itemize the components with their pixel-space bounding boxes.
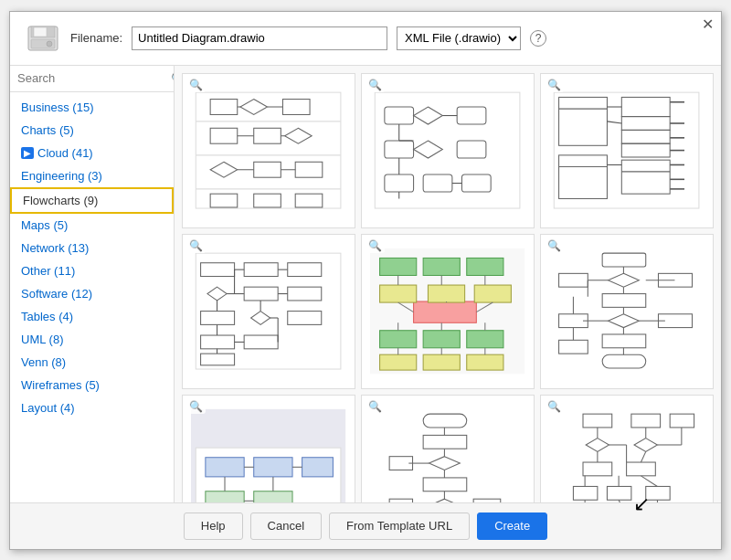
search-container: 🔍 <box>10 66 174 92</box>
zoom-icon-1: 🔍 <box>186 78 206 92</box>
main-content: 🔍 Business (15) Charts (5) ▶ Cloud (41) … <box>10 66 721 502</box>
sidebar-item-layout[interactable]: Layout (4) <box>10 396 174 419</box>
svg-rect-97 <box>424 258 461 275</box>
svg-point-4 <box>47 41 52 47</box>
sidebar-item-engineering[interactable]: Engineering (3) <box>10 164 174 187</box>
template-item-5[interactable]: 🔍 <box>361 234 535 389</box>
footer: Help Cancel From Template URL Create ↙ <box>10 502 721 549</box>
help-circle-icon[interactable]: ? <box>530 30 546 47</box>
zoom-icon-6: 🔍 <box>545 238 564 253</box>
svg-rect-106 <box>424 354 461 370</box>
sidebar-item-flowcharts[interactable]: Flowcharts (9) <box>10 187 174 214</box>
svg-rect-103 <box>424 331 461 348</box>
svg-rect-2 <box>34 27 47 37</box>
zoom-icon-9: 🔍 <box>545 399 564 414</box>
svg-rect-5 <box>196 92 342 208</box>
template-item-8[interactable]: 🔍 <box>361 395 535 502</box>
disk-icon <box>25 23 61 54</box>
zoom-icon-4: 🔍 <box>186 238 206 253</box>
cloud-badge: ▶ <box>21 147 34 159</box>
svg-rect-27 <box>376 92 521 208</box>
zoom-icon-3: 🔍 <box>545 78 564 92</box>
template-item-2[interactable]: 🔍 <box>361 73 535 228</box>
svg-rect-104 <box>467 331 503 348</box>
sidebar-item-wireframes[interactable]: Wireframes (5) <box>10 374 174 396</box>
cancel-button[interactable]: Cancel <box>250 512 322 540</box>
zoom-icon-7: 🔍 <box>186 399 206 414</box>
sidebar-item-software[interactable]: Software (12) <box>10 282 174 305</box>
template-item-7[interactable]: 🔍 <box>182 395 355 502</box>
sidebar-item-charts[interactable]: Charts (5) <box>10 119 174 142</box>
help-button[interactable]: Help <box>184 512 243 540</box>
header-row: Filename: XML File (.drawio) PNG File (.… <box>10 12 721 66</box>
sidebar-item-maps[interactable]: Maps (5) <box>10 214 174 237</box>
template-item-4[interactable]: 🔍 <box>182 234 355 389</box>
svg-rect-99 <box>380 285 417 302</box>
svg-rect-151 <box>206 491 244 502</box>
svg-rect-156 <box>370 409 524 502</box>
close-button[interactable]: ✕ <box>702 17 714 32</box>
sidebar-item-other[interactable]: Other (11) <box>10 259 174 282</box>
new-diagram-dialog: ✕ Filename: XML File (.drawio) PNG File … <box>9 11 722 550</box>
search-input[interactable] <box>17 71 171 85</box>
svg-rect-107 <box>467 354 503 370</box>
filetype-select[interactable]: XML File (.drawio) PNG File (.png) SVG F… <box>397 26 521 50</box>
template-item-3[interactable]: 🔍 <box>540 73 714 228</box>
zoom-icon-5: 🔍 <box>366 238 385 253</box>
category-list: Business (15) Charts (5) ▶ Cloud (41) En… <box>10 92 174 502</box>
sidebar-item-business[interactable]: Business (15) <box>10 96 174 119</box>
create-button[interactable]: Create <box>477 512 547 540</box>
zoom-icon-8: 🔍 <box>366 399 385 414</box>
filename-label: Filename: <box>70 31 122 45</box>
svg-rect-102 <box>380 331 417 348</box>
svg-rect-152 <box>254 491 292 502</box>
sidebar-item-cloud[interactable]: ▶ Cloud (41) <box>10 142 174 164</box>
svg-rect-100 <box>429 285 465 302</box>
template-item-6[interactable]: 🔍 <box>540 234 714 389</box>
filename-input[interactable] <box>132 26 387 50</box>
svg-rect-146 <box>206 458 244 477</box>
arrow-hint: ↙ <box>633 492 650 516</box>
template-grid: 🔍 <box>175 66 721 502</box>
template-item-9[interactable]: 🔍 <box>540 395 714 502</box>
sidebar-item-uml[interactable]: UML (8) <box>10 328 174 351</box>
sidebar-item-tables[interactable]: Tables (4) <box>10 305 174 328</box>
svg-rect-101 <box>475 285 512 302</box>
svg-rect-147 <box>254 458 292 477</box>
svg-rect-148 <box>302 458 334 477</box>
svg-rect-98 <box>467 258 503 275</box>
svg-rect-96 <box>380 258 417 275</box>
sidebar: 🔍 Business (15) Charts (5) ▶ Cloud (41) … <box>10 66 175 502</box>
svg-rect-95 <box>414 301 477 322</box>
template-url-button[interactable]: From Template URL <box>329 512 470 540</box>
zoom-icon-2: 🔍 <box>366 78 385 92</box>
sidebar-item-network[interactable]: Network (13) <box>10 237 174 259</box>
sidebar-item-venn[interactable]: Venn (8) <box>10 351 174 374</box>
svg-rect-105 <box>380 354 417 370</box>
template-item-1[interactable]: 🔍 <box>182 73 355 228</box>
